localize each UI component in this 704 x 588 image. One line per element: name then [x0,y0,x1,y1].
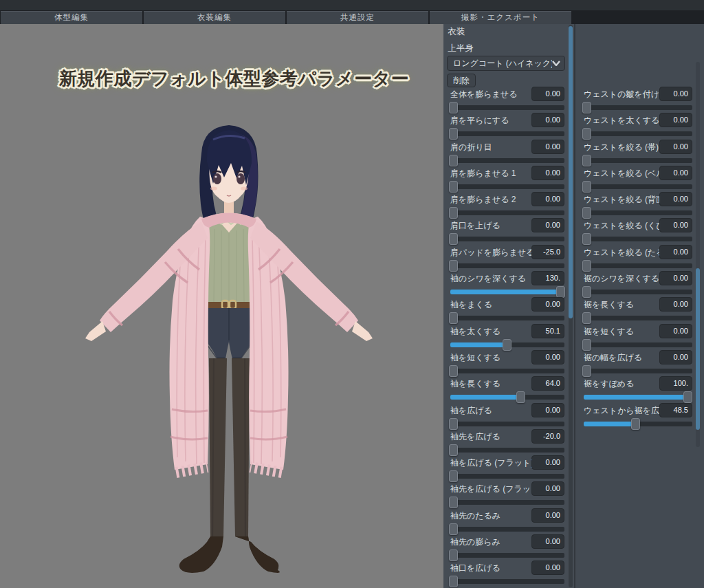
slider-handle[interactable] [683,391,692,403]
slider-value-field[interactable]: -25.0 [531,245,564,259]
slider-handle[interactable] [449,207,458,219]
slider-value-field[interactable]: 0.00 [531,113,564,127]
slider-value-field[interactable]: 0.00 [531,140,564,154]
slider-handle[interactable] [631,418,640,430]
slider-track[interactable] [450,131,564,136]
slider-track[interactable] [584,369,692,373]
middle-scrollbar-thumb[interactable] [569,26,573,318]
slider-track[interactable] [450,553,564,558]
slider-track[interactable] [450,474,564,479]
slider-value-field[interactable]: 100. [659,376,692,391]
slider-handle[interactable] [449,128,458,140]
tab-1[interactable]: 衣装編集 [144,11,285,24]
slider-track[interactable] [584,131,692,136]
slider-handle[interactable] [449,155,458,166]
slider-handle[interactable] [582,207,591,219]
slider-handle[interactable] [516,391,525,403]
slider-handle[interactable] [449,181,458,193]
slider-handle[interactable] [582,128,591,140]
slider-value-field[interactable]: 0.00 [659,350,692,364]
slider-track[interactable] [584,210,692,215]
slider-handle[interactable] [556,286,565,298]
slider-handle[interactable] [449,260,458,272]
slider-handle[interactable] [449,312,458,324]
viewport-3d[interactable]: 新規作成デフォルト体型参考パラメーター [0,24,443,588]
slider-handle[interactable] [503,339,512,351]
slider-value-field[interactable]: 0.00 [531,534,564,549]
slider-track[interactable] [450,369,564,373]
slider-track[interactable] [450,422,564,426]
slider-track[interactable] [584,158,692,163]
slider-track[interactable] [584,237,692,241]
slider-handle[interactable] [449,418,458,430]
slider-track[interactable] [450,316,564,320]
slider-track[interactable] [450,290,564,294]
slider-track[interactable] [584,105,692,110]
slider-value-field[interactable]: 0.00 [659,87,692,101]
slider-track[interactable] [584,263,692,268]
slider-handle[interactable] [449,444,458,456]
slider-value-field[interactable]: 0.00 [659,140,692,154]
slider-handle[interactable] [449,497,458,508]
slider-value-field[interactable]: 64.0 [531,376,564,391]
slider-track[interactable] [584,290,692,294]
slider-track[interactable] [584,422,692,426]
slider-value-field[interactable]: 0.00 [659,271,692,285]
slider-track[interactable] [450,500,564,505]
slider-track[interactable] [450,263,564,268]
slider-handle[interactable] [582,233,591,245]
slider-track[interactable] [450,158,564,163]
slider-handle[interactable] [582,312,591,324]
slider-track[interactable] [584,342,692,347]
slider-handle[interactable] [582,365,591,377]
slider-track[interactable] [450,184,564,189]
slider-handle[interactable] [582,181,591,193]
delete-button[interactable]: 削除 [447,74,476,87]
slider-track[interactable] [584,316,692,320]
slider-track[interactable] [450,342,564,347]
slider-value-field[interactable]: 0.00 [531,560,564,575]
slider-value-field[interactable]: 0.00 [659,324,692,338]
slider-value-field[interactable]: 130. [531,271,564,285]
tab-0[interactable]: 体型編集 [1,11,142,24]
right-scrollbar-thumb[interactable] [696,268,700,430]
clothing-item-dropdown[interactable]: ロングコート (ハイネック) [447,56,565,71]
slider-value-field[interactable]: 0.00 [531,481,564,496]
slider-handle[interactable] [449,576,458,587]
slider-value-field[interactable]: 0.00 [531,192,564,206]
slider-track[interactable] [450,237,564,241]
slider-handle[interactable] [449,549,458,561]
slider-value-field[interactable]: 0.00 [659,166,692,180]
slider-value-field[interactable]: 50.1 [531,324,564,338]
slider-track[interactable] [450,105,564,110]
slider-value-field[interactable]: 0.00 [659,192,692,206]
slider-handle[interactable] [449,470,458,482]
tab-3[interactable]: 撮影・エクスポート [430,11,571,24]
slider-value-field[interactable]: 0.00 [659,113,692,127]
slider-handle[interactable] [582,102,591,113]
slider-track[interactable] [584,395,692,400]
slider-value-field[interactable]: 0.00 [531,166,564,180]
slider-handle[interactable] [449,523,458,535]
slider-value-field[interactable]: 0.00 [531,350,564,364]
slider-value-field[interactable]: 0.00 [531,455,564,470]
slider-track[interactable] [450,210,564,215]
slider-value-field[interactable]: 0.00 [531,297,564,312]
slider-handle[interactable] [582,339,591,351]
slider-value-field[interactable]: 0.00 [531,87,564,101]
slider-track[interactable] [450,395,564,400]
slider-track[interactable] [450,448,564,453]
slider-value-field[interactable]: 0.00 [659,297,692,312]
slider-track[interactable] [450,527,564,532]
slider-value-field[interactable]: 48.5 [659,403,692,417]
slider-value-field[interactable]: 0.00 [531,508,564,523]
slider-handle[interactable] [449,233,458,245]
tab-2[interactable]: 共通設定 [287,11,428,24]
slider-value-field[interactable]: 0.00 [531,403,564,417]
slider-value-field[interactable]: 0.00 [659,218,692,232]
slider-track[interactable] [450,579,564,584]
slider-handle[interactable] [449,365,458,377]
slider-track[interactable] [584,184,692,189]
slider-handle[interactable] [582,260,591,272]
slider-value-field[interactable]: 0.00 [659,245,692,259]
